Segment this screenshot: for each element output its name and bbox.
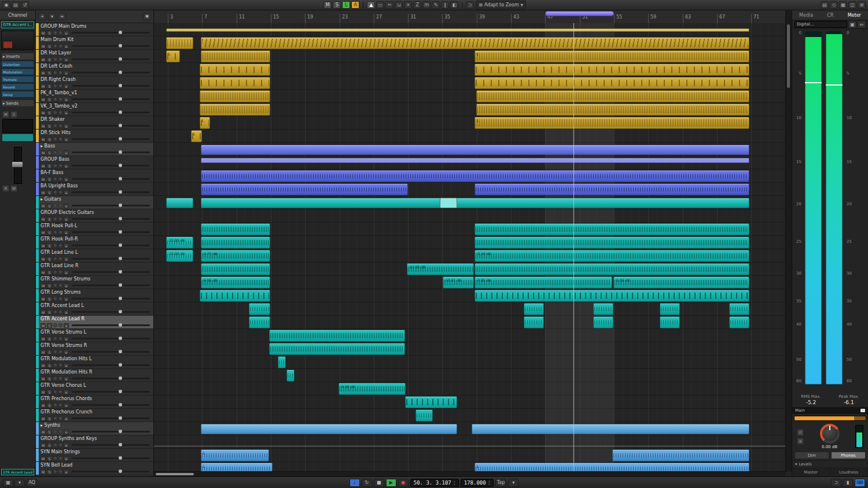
track-settings-icon[interactable]: ✱ — [143, 13, 151, 20]
track-solo-button[interactable]: S — [47, 57, 52, 62]
track-solo-button[interactable]: S — [47, 150, 52, 155]
track-mute-button[interactable]: M — [41, 403, 46, 408]
mute-tool[interactable]: m — [422, 1, 431, 9]
track-volume-slider[interactable] — [72, 165, 150, 167]
track-monitor-button[interactable] — [58, 283, 62, 287]
track-record-button[interactable] — [53, 337, 57, 341]
track-row[interactable]: GROUP Synths and KeysMSe — [36, 435, 153, 449]
track-row[interactable]: GTR Accent Lead LMSe — [36, 302, 153, 316]
activate-project-icon[interactable]: ◉ — [2, 1, 10, 9]
track-edit-button[interactable]: e — [64, 283, 69, 288]
track-row[interactable]: GTR Verse Strums RMSe — [36, 342, 153, 356]
play-button[interactable]: ▶ — [386, 479, 396, 487]
track-volume-slider[interactable] — [72, 364, 150, 366]
track-record-button[interactable] — [53, 469, 57, 474]
track-row[interactable]: GTR Verse Strums LMSe — [36, 329, 153, 342]
track-edit-button[interactable]: e — [64, 110, 69, 115]
track-record-button[interactable] — [53, 390, 57, 394]
track-edit-button[interactable]: e — [64, 71, 69, 75]
track-row[interactable]: GTR Accent Lead RMSe — [36, 316, 153, 329]
track-edit-button[interactable]: e — [64, 337, 69, 341]
erase-tool[interactable]: × — [404, 1, 412, 9]
track-record-button[interactable] — [53, 323, 57, 327]
snap-icon[interactable]: ⊃ — [466, 1, 474, 9]
track-solo-button[interactable]: S — [47, 403, 52, 408]
track-monitor-button[interactable] — [58, 97, 62, 101]
track-monitor-button[interactable] — [58, 230, 62, 234]
track-volume-slider[interactable] — [72, 245, 150, 246]
track-record-button[interactable] — [53, 363, 57, 367]
track-record-button[interactable] — [53, 230, 57, 234]
ruler[interactable]: 3711151923273135394347515559636771 — [154, 10, 786, 24]
track-solo-button[interactable]: S — [47, 243, 52, 248]
write-automation-button[interactable]: W — [10, 185, 17, 192]
track-volume-slider[interactable] — [72, 391, 150, 393]
tab-media[interactable]: Media — [799, 13, 813, 18]
track-record-button[interactable] — [53, 403, 57, 407]
glue-tool[interactable]: ⊔ — [395, 1, 403, 9]
track-edit-button[interactable]: e — [64, 456, 69, 461]
audio-clip[interactable]: -0.95 dB — [475, 276, 612, 289]
audio-clip[interactable]: 1. — [201, 463, 273, 472]
track-monitor-button[interactable] — [58, 190, 62, 194]
track-row[interactable]: GROUP BassMSe — [36, 156, 153, 169]
track-solo-button[interactable]: S — [47, 443, 52, 448]
track-edit-button[interactable]: e — [64, 31, 69, 35]
track-row[interactable]: DR Left CrashMSe — [36, 63, 153, 76]
track-mute-button[interactable]: M — [41, 124, 46, 128]
track-volume-slider[interactable] — [72, 112, 150, 113]
track-row[interactable]: SYN Main StringsMSe — [36, 449, 153, 462]
track-volume-slider[interactable] — [72, 404, 150, 406]
track-mute-button[interactable]: M — [41, 190, 46, 195]
track-monitor-button[interactable] — [58, 217, 62, 221]
track-volume-slider[interactable] — [72, 338, 150, 339]
audio-clip[interactable] — [249, 316, 270, 328]
track-record-button[interactable] — [53, 164, 57, 168]
tab-cr[interactable]: CR — [827, 13, 833, 18]
track-monitor-button[interactable] — [58, 243, 62, 247]
track-monitor-button[interactable] — [58, 310, 62, 314]
track-row[interactable]: GTR Verse Chorus LMSe — [36, 382, 153, 395]
audio-clip[interactable] — [249, 303, 270, 315]
audio-clip[interactable]: 1. — [475, 50, 749, 62]
track-edit-button[interactable]: e — [64, 243, 69, 248]
track-solo-button[interactable]: S — [47, 124, 52, 128]
track-monitor-button[interactable] — [58, 403, 62, 407]
insert-slot[interactable]: Delay — [1, 91, 34, 98]
track-record-button[interactable] — [53, 31, 57, 35]
track-record-button[interactable] — [53, 150, 57, 154]
audio-clip[interactable] — [475, 183, 749, 195]
tempo-mode-dropdown[interactable]: ▾ — [508, 479, 518, 487]
eq-curve-display[interactable] — [2, 119, 33, 133]
track-mute-button[interactable]: M — [41, 363, 46, 368]
track-record-button[interactable] — [53, 57, 57, 61]
lower-zone-icon[interactable]: ◫ — [848, 1, 856, 9]
track-edit-button[interactable]: e — [64, 124, 69, 128]
zoom-tool[interactable]: Z — [413, 1, 421, 9]
track-mute-button[interactable]: M — [41, 323, 46, 328]
track-mute-button[interactable]: M — [41, 71, 46, 75]
levels-section-header[interactable]: ▾ Levels — [792, 460, 868, 468]
audio-clip[interactable] — [472, 424, 749, 434]
chevron-down-icon[interactable]: ▾ — [48, 13, 56, 20]
track-solo-button[interactable]: S — [47, 44, 52, 49]
track-row[interactable]: GTR Prechorus ChordsMSe — [36, 395, 153, 409]
insert-slot[interactable]: Tremolo — [1, 76, 34, 83]
track-row[interactable]: GTR Long StrumsMSe — [36, 289, 153, 302]
track-edit-button[interactable]: e — [64, 443, 69, 448]
audio-clip[interactable] — [475, 223, 749, 235]
play-tool[interactable]: ∥ — [441, 1, 449, 9]
record-button[interactable]: ● — [398, 479, 409, 487]
track-record-button[interactable] — [53, 190, 57, 194]
audio-clip[interactable]: -1.77 dB — [201, 250, 270, 262]
track-record-button[interactable] — [53, 204, 57, 208]
decrement-icon[interactable]: ▾ — [488, 483, 490, 486]
track-solo-button[interactable]: S — [47, 469, 52, 474]
audio-clip[interactable]: -10.91 dB — [443, 276, 474, 289]
track-record-button[interactable] — [53, 71, 57, 75]
audio-clip[interactable] — [200, 290, 270, 302]
track-volume-slider[interactable] — [72, 284, 150, 286]
solo-all-button[interactable]: S — [333, 1, 341, 9]
track-solo-button[interactable]: S — [47, 350, 52, 354]
track-record-button[interactable] — [53, 297, 57, 301]
